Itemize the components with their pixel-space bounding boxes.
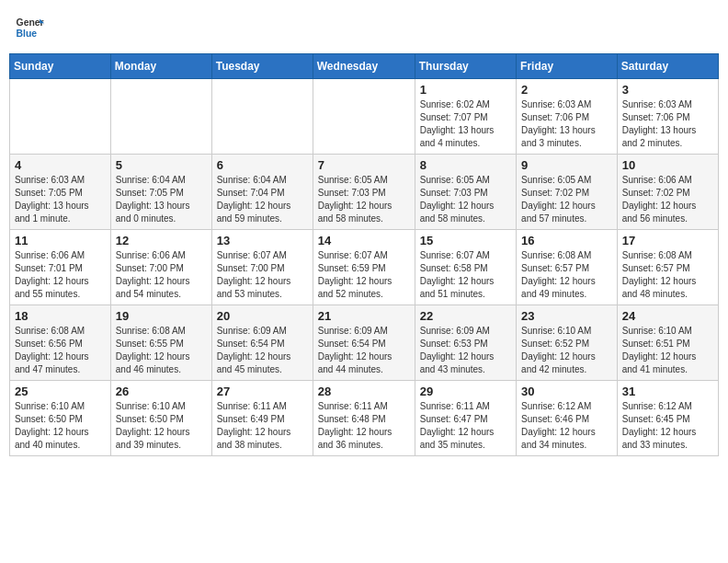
page-header: General Blue [9,9,719,46]
day-info: Sunrise: 6:07 AM Sunset: 6:58 PM Dayligh… [420,249,511,301]
day-info: Sunrise: 6:05 AM Sunset: 7:03 PM Dayligh… [318,174,410,225]
day-info: Sunrise: 6:07 AM Sunset: 7:00 PM Dayligh… [217,249,308,301]
calendar-cell: 4Sunrise: 6:03 AM Sunset: 7:05 PM Daylig… [10,155,111,230]
day-number: 17 [622,234,713,247]
day-number: 11 [15,234,106,247]
calendar-cell [211,79,313,155]
calendar-cell: 1Sunrise: 6:02 AM Sunset: 7:07 PM Daylig… [415,79,516,155]
calendar-week-row: 11Sunrise: 6:06 AM Sunset: 7:01 PM Dayli… [10,230,719,305]
day-info: Sunrise: 6:10 AM Sunset: 6:52 PM Dayligh… [521,325,612,376]
calendar-cell: 25Sunrise: 6:10 AM Sunset: 6:50 PM Dayli… [10,381,111,456]
calendar-cell [110,79,211,155]
day-info: Sunrise: 6:03 AM Sunset: 7:06 PM Dayligh… [622,98,713,150]
day-number: 25 [15,385,106,398]
calendar-cell [10,79,111,155]
calendar-cell: 8Sunrise: 6:05 AM Sunset: 7:03 PM Daylig… [415,155,516,230]
calendar-cell: 12Sunrise: 6:06 AM Sunset: 7:00 PM Dayli… [110,230,211,305]
calendar-cell: 17Sunrise: 6:08 AM Sunset: 6:57 PM Dayli… [617,230,718,305]
day-number: 27 [217,385,308,398]
day-number: 16 [521,234,612,247]
day-info: Sunrise: 6:10 AM Sunset: 6:50 PM Dayligh… [15,400,106,452]
day-info: Sunrise: 6:11 AM Sunset: 6:47 PM Dayligh… [420,400,511,452]
day-number: 29 [420,385,511,398]
calendar-week-row: 4Sunrise: 6:03 AM Sunset: 7:05 PM Daylig… [10,155,719,230]
day-number: 13 [217,234,308,247]
day-info: Sunrise: 6:09 AM Sunset: 6:54 PM Dayligh… [318,325,410,376]
weekday-header-saturday: Saturday [617,54,718,79]
weekday-header-wednesday: Wednesday [313,54,415,79]
day-info: Sunrise: 6:03 AM Sunset: 7:06 PM Dayligh… [521,98,612,150]
calendar-cell: 19Sunrise: 6:08 AM Sunset: 6:55 PM Dayli… [110,305,211,381]
calendar-cell: 30Sunrise: 6:12 AM Sunset: 6:46 PM Dayli… [517,381,618,456]
day-info: Sunrise: 6:08 AM Sunset: 6:57 PM Dayligh… [521,249,612,301]
calendar-cell: 2Sunrise: 6:03 AM Sunset: 7:06 PM Daylig… [517,79,618,155]
day-info: Sunrise: 6:11 AM Sunset: 6:49 PM Dayligh… [217,400,308,452]
day-info: Sunrise: 6:05 AM Sunset: 7:03 PM Dayligh… [420,174,511,225]
weekday-header-tuesday: Tuesday [211,54,313,79]
calendar-week-row: 18Sunrise: 6:08 AM Sunset: 6:56 PM Dayli… [10,305,719,381]
calendar-cell: 3Sunrise: 6:03 AM Sunset: 7:06 PM Daylig… [617,79,718,155]
day-info: Sunrise: 6:06 AM Sunset: 7:00 PM Dayligh… [116,249,207,301]
day-info: Sunrise: 6:08 AM Sunset: 6:56 PM Dayligh… [15,325,106,376]
day-info: Sunrise: 6:06 AM Sunset: 7:02 PM Dayligh… [622,174,713,225]
day-info: Sunrise: 6:09 AM Sunset: 6:54 PM Dayligh… [217,325,308,376]
weekday-header-friday: Friday [517,54,618,79]
day-number: 19 [116,309,207,323]
calendar-week-row: 1Sunrise: 6:02 AM Sunset: 7:07 PM Daylig… [10,79,719,155]
day-info: Sunrise: 6:11 AM Sunset: 6:48 PM Dayligh… [318,400,410,452]
calendar-cell: 22Sunrise: 6:09 AM Sunset: 6:53 PM Dayli… [415,305,516,381]
day-info: Sunrise: 6:06 AM Sunset: 7:01 PM Dayligh… [15,249,106,301]
day-number: 15 [420,234,511,247]
calendar-cell: 21Sunrise: 6:09 AM Sunset: 6:54 PM Dayli… [313,305,415,381]
logo: General Blue [15,13,44,42]
calendar-cell: 14Sunrise: 6:07 AM Sunset: 6:59 PM Dayli… [313,230,415,305]
calendar-cell: 24Sunrise: 6:10 AM Sunset: 6:51 PM Dayli… [617,305,718,381]
day-number: 2 [521,83,612,97]
calendar-cell: 11Sunrise: 6:06 AM Sunset: 7:01 PM Dayli… [10,230,111,305]
calendar-cell: 20Sunrise: 6:09 AM Sunset: 6:54 PM Dayli… [211,305,313,381]
day-number: 20 [217,309,308,323]
day-info: Sunrise: 6:10 AM Sunset: 6:50 PM Dayligh… [116,400,207,452]
calendar-cell: 16Sunrise: 6:08 AM Sunset: 6:57 PM Dayli… [517,230,618,305]
day-info: Sunrise: 6:07 AM Sunset: 6:59 PM Dayligh… [318,249,410,301]
day-info: Sunrise: 6:12 AM Sunset: 6:46 PM Dayligh… [521,400,612,452]
day-number: 1 [420,83,511,97]
day-info: Sunrise: 6:03 AM Sunset: 7:05 PM Dayligh… [15,174,106,225]
day-number: 24 [622,309,713,323]
day-number: 8 [420,158,511,172]
day-number: 7 [318,158,410,172]
calendar-cell: 31Sunrise: 6:12 AM Sunset: 6:45 PM Dayli… [617,381,718,456]
day-number: 28 [318,385,410,398]
calendar-cell: 23Sunrise: 6:10 AM Sunset: 6:52 PM Dayli… [517,305,618,381]
weekday-header-thursday: Thursday [415,54,516,79]
calendar-header-row: SundayMondayTuesdayWednesdayThursdayFrid… [10,54,719,79]
day-number: 21 [318,309,410,323]
calendar-cell: 13Sunrise: 6:07 AM Sunset: 7:00 PM Dayli… [211,230,313,305]
day-info: Sunrise: 6:05 AM Sunset: 7:02 PM Dayligh… [521,174,612,225]
day-number: 30 [521,385,612,398]
calendar-cell: 29Sunrise: 6:11 AM Sunset: 6:47 PM Dayli… [415,381,516,456]
day-info: Sunrise: 6:09 AM Sunset: 6:53 PM Dayligh… [420,325,511,376]
calendar-cell: 26Sunrise: 6:10 AM Sunset: 6:50 PM Dayli… [110,381,211,456]
day-number: 4 [15,158,106,172]
day-info: Sunrise: 6:08 AM Sunset: 6:55 PM Dayligh… [116,325,207,376]
calendar-cell: 18Sunrise: 6:08 AM Sunset: 6:56 PM Dayli… [10,305,111,381]
day-number: 6 [217,158,308,172]
weekday-header-monday: Monday [110,54,211,79]
logo-icon: General Blue [15,13,44,42]
day-info: Sunrise: 6:10 AM Sunset: 6:51 PM Dayligh… [622,325,713,376]
day-info: Sunrise: 6:04 AM Sunset: 7:04 PM Dayligh… [217,174,308,225]
day-number: 5 [116,158,207,172]
day-number: 23 [521,309,612,323]
day-number: 3 [622,83,713,97]
calendar-cell: 15Sunrise: 6:07 AM Sunset: 6:58 PM Dayli… [415,230,516,305]
day-number: 22 [420,309,511,323]
day-number: 26 [116,385,207,398]
calendar-cell: 5Sunrise: 6:04 AM Sunset: 7:05 PM Daylig… [110,155,211,230]
day-number: 9 [521,158,612,172]
day-number: 18 [15,309,106,323]
calendar-cell: 27Sunrise: 6:11 AM Sunset: 6:49 PM Dayli… [211,381,313,456]
calendar-cell: 9Sunrise: 6:05 AM Sunset: 7:02 PM Daylig… [517,155,618,230]
day-info: Sunrise: 6:04 AM Sunset: 7:05 PM Dayligh… [116,174,207,225]
day-info: Sunrise: 6:08 AM Sunset: 6:57 PM Dayligh… [622,249,713,301]
